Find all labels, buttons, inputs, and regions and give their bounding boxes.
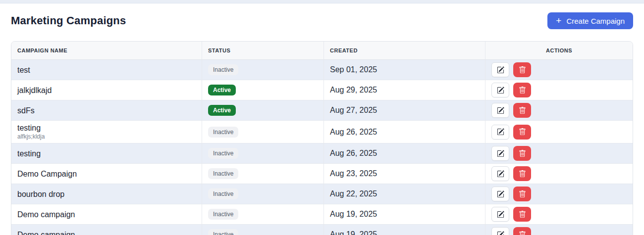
status-badge: Active: [208, 105, 236, 116]
campaign-table-body: testInactiveSep 01, 2025 jalkjdlkajdActi…: [11, 60, 633, 235]
campaign-name-cell: Demo campaign: [11, 204, 202, 225]
edit-campaign-button[interactable]: [491, 227, 509, 235]
delete-campaign-button[interactable]: [513, 166, 531, 181]
table-row: bourbon dropInactiveAug 22, 2025: [11, 184, 633, 204]
status-cell: Inactive: [202, 204, 324, 225]
campaign-name: Demo Campaign: [17, 169, 196, 179]
status-badge: Inactive: [208, 188, 238, 199]
created-date: Aug 26, 2025: [330, 128, 377, 136]
actions-cell: [485, 225, 633, 235]
create-campaign-label: Create Campaign: [566, 17, 625, 25]
actions-cell: [485, 80, 633, 100]
status-cell: Active: [202, 100, 324, 121]
status-cell: Inactive: [202, 121, 324, 143]
campaign-subtitle: alfkjs;kldja: [17, 133, 196, 141]
edit-icon: [497, 107, 504, 114]
status-cell: Inactive: [202, 143, 324, 164]
edit-icon: [497, 231, 504, 235]
created-cell: Aug 26, 2025: [324, 121, 485, 143]
created-cell: Aug 27, 2025: [324, 100, 485, 121]
campaign-name-cell: test: [11, 60, 202, 80]
column-header-actions: ACTIONS: [485, 42, 633, 60]
trash-icon: [519, 66, 526, 74]
created-date: Sep 01, 2025: [330, 65, 377, 74]
actions-cell: [485, 121, 633, 143]
created-cell: Aug 26, 2025: [324, 143, 485, 164]
status-badge: Inactive: [208, 127, 238, 138]
trash-icon: [519, 150, 526, 157]
created-date: Aug 19, 2025: [330, 230, 377, 235]
actions-cell: [485, 204, 633, 225]
delete-campaign-button[interactable]: [513, 83, 531, 97]
campaign-name: Demo campaign: [17, 210, 196, 219]
delete-campaign-button[interactable]: [513, 103, 531, 118]
created-cell: Aug 23, 2025: [324, 164, 485, 184]
edit-campaign-button[interactable]: [491, 83, 509, 97]
edit-icon: [497, 190, 504, 198]
trash-icon: [519, 211, 526, 218]
actions-cell: [485, 60, 633, 80]
delete-campaign-button[interactable]: [513, 146, 531, 161]
campaign-name: testing: [17, 149, 196, 158]
plus-icon: +: [556, 16, 561, 25]
edit-campaign-button[interactable]: [491, 187, 509, 201]
top-strip: [0, 0, 644, 3]
campaign-name-cell: testingalfkjs;kldja: [11, 121, 202, 143]
trash-icon: [519, 107, 526, 114]
page-title: Marketing Campaigns: [11, 14, 126, 27]
campaign-name: Demo campaign: [17, 230, 196, 235]
created-cell: Aug 22, 2025: [324, 184, 485, 204]
edit-icon: [497, 128, 504, 136]
table-row: testingInactiveAug 26, 2025: [11, 143, 633, 164]
created-date: Aug 29, 2025: [330, 86, 377, 94]
campaign-name: sdFs: [17, 106, 196, 115]
edit-icon: [497, 66, 504, 74]
actions-cell: [485, 143, 633, 164]
table-row: Demo campaignInactiveAug 19, 2025: [11, 204, 633, 225]
edit-campaign-button[interactable]: [491, 146, 509, 161]
delete-campaign-button[interactable]: [513, 207, 531, 222]
actions-cell: [485, 100, 633, 121]
status-cell: Inactive: [202, 60, 324, 80]
trash-icon: [519, 170, 526, 178]
campaign-name: bourbon drop: [17, 189, 196, 199]
status-badge: Inactive: [208, 229, 238, 235]
campaign-name-cell: Demo campaign: [11, 225, 202, 235]
edit-campaign-button[interactable]: [491, 207, 509, 222]
edit-campaign-button[interactable]: [491, 166, 509, 181]
campaign-name-cell: jalkjdlkajd: [11, 80, 202, 100]
campaign-name: testing: [17, 123, 196, 133]
created-date: Aug 26, 2025: [330, 149, 377, 157]
created-cell: Sep 01, 2025: [324, 60, 485, 80]
trash-icon: [519, 128, 526, 136]
actions-cell: [485, 184, 633, 204]
delete-campaign-button[interactable]: [513, 187, 531, 201]
edit-icon: [497, 150, 504, 157]
status-badge: Active: [208, 85, 236, 95]
delete-campaign-button[interactable]: [513, 125, 531, 140]
campaign-name-cell: Demo Campaign: [11, 164, 202, 184]
status-badge: Inactive: [208, 64, 238, 75]
trash-icon: [519, 87, 526, 94]
created-cell: Aug 19, 2025: [324, 204, 485, 225]
status-cell: Inactive: [202, 184, 324, 204]
column-header-created: CREATED: [324, 42, 485, 60]
edit-campaign-button[interactable]: [491, 62, 509, 77]
delete-campaign-button[interactable]: [513, 227, 531, 235]
campaign-name-cell: sdFs: [11, 100, 202, 121]
table-row: Demo CampaignInactiveAug 23, 2025: [11, 164, 633, 184]
column-header-campaign-name: CAMPAIGN NAME: [11, 42, 202, 60]
delete-campaign-button[interactable]: [513, 62, 531, 77]
trash-icon: [519, 231, 526, 235]
status-cell: Inactive: [202, 164, 324, 184]
edit-campaign-button[interactable]: [491, 103, 509, 118]
page-header: Marketing Campaigns + Create Campaign: [0, 12, 644, 29]
status-badge: Inactive: [208, 148, 238, 159]
status-cell: Active: [202, 80, 324, 100]
table-row: sdFsActiveAug 27, 2025: [11, 100, 633, 121]
created-date: Aug 27, 2025: [330, 106, 377, 114]
create-campaign-button[interactable]: + Create Campaign: [547, 12, 633, 29]
edit-campaign-button[interactable]: [491, 125, 509, 140]
status-badge: Inactive: [208, 209, 238, 220]
status-badge: Inactive: [208, 168, 238, 179]
